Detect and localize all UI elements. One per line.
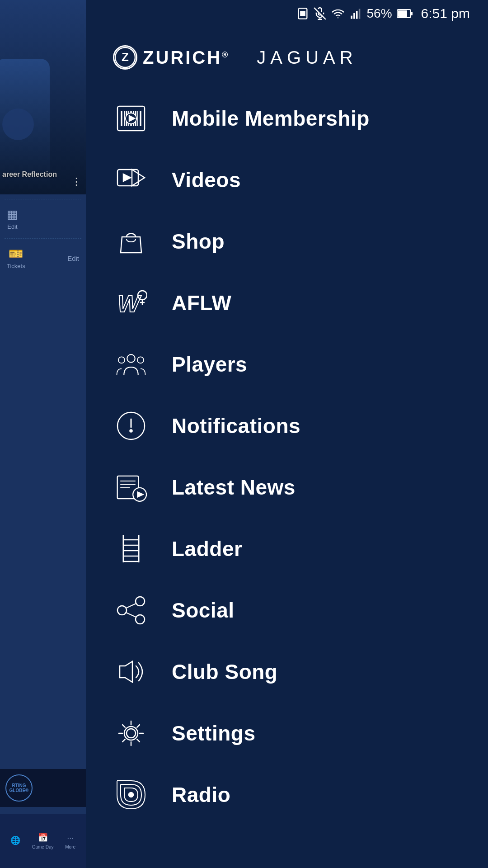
svg-marker-58 — [120, 661, 132, 682]
svg-point-34 — [127, 354, 135, 363]
battery-icon — [397, 9, 413, 19]
edit-label-1: Edit — [7, 223, 17, 230]
menu-item-latest-news[interactable]: Latest News — [113, 457, 461, 518]
zurich-z-icon: Z — [114, 47, 136, 68]
settings-label: Settings — [172, 721, 255, 745]
notifications-svg — [115, 410, 147, 442]
svg-rect-6 — [351, 16, 352, 19]
signal-icon — [350, 7, 362, 20]
svg-rect-12 — [411, 12, 413, 15]
zurich-sponsor: Z ZURICH® — [113, 45, 230, 70]
club-song-icon — [113, 654, 149, 690]
social-icon — [113, 592, 149, 628]
wifi-icon — [331, 7, 345, 20]
jaguar-label: JAGUAR — [257, 47, 357, 68]
svg-point-54 — [117, 606, 127, 615]
barcode-svg — [115, 103, 147, 134]
career-text: areer Reflection — [2, 170, 57, 178]
notifications-icon — [113, 408, 149, 444]
latest-news-icon — [113, 469, 149, 505]
shop-svg — [115, 226, 147, 257]
svg-point-53 — [136, 597, 145, 606]
mute-icon — [314, 7, 326, 20]
svg-rect-9 — [358, 9, 360, 19]
ladder-icon — [113, 531, 149, 567]
edit-tickets-row: 🎫 Tickets Edit — [0, 239, 86, 278]
menu-item-players[interactable]: Players — [113, 334, 461, 395]
mobile-membership-label: Mobile Membership — [172, 106, 370, 131]
svg-point-5 — [337, 17, 338, 18]
barcode-icon — [113, 100, 149, 137]
menu-item-social[interactable]: Social — [113, 580, 461, 641]
sim-icon — [296, 7, 309, 20]
globe-text: RTING GLOBE® — [6, 783, 32, 793]
menu-item-notifications[interactable]: Notifications — [113, 395, 461, 457]
aflw-label: AFLW — [172, 291, 231, 315]
svg-line-57 — [126, 613, 136, 617]
settings-icon — [113, 715, 149, 751]
settings-svg — [115, 717, 147, 749]
social-label: Social — [172, 598, 235, 623]
videos-svg — [115, 164, 147, 196]
social-svg — [115, 594, 147, 626]
latest-news-label: Latest News — [172, 475, 296, 500]
svg-marker-29 — [123, 174, 131, 181]
edit-barcode-row: ▦ Edit — [0, 199, 86, 238]
status-icons: 56% — [296, 6, 413, 21]
shop-icon — [113, 223, 149, 259]
globe-banner: RTING GLOBE® — [0, 769, 86, 807]
menu-item-club-song[interactable]: Club Song — [113, 641, 461, 703]
gameday-label: Game Day — [32, 844, 54, 849]
radio-svg — [115, 779, 147, 811]
menu-item-videos[interactable]: Videos — [113, 149, 461, 211]
aflw-icon: W — [113, 285, 149, 321]
three-dots: ⋮ — [71, 176, 81, 188]
players-icon — [113, 346, 149, 382]
players-svg — [115, 349, 147, 380]
time-display: 6:51 pm — [421, 6, 470, 21]
more-label: More — [65, 844, 75, 849]
zurich-label: ZURICH® — [143, 47, 230, 68]
status-bar: 56% 6:51 pm — [0, 0, 488, 27]
radio-icon — [113, 777, 149, 813]
club-song-svg — [115, 656, 147, 688]
menu-item-aflw[interactable]: W AFLW — [113, 272, 461, 334]
svg-point-36 — [137, 357, 144, 363]
svg-rect-8 — [356, 11, 358, 19]
aflw-svg: W — [115, 287, 147, 319]
menu-item-radio[interactable]: Radio — [113, 764, 461, 826]
svg-rect-1 — [300, 11, 305, 16]
menu-item-settings[interactable]: Settings — [113, 703, 461, 764]
svg-text:Z: Z — [122, 50, 129, 64]
ladder-svg — [115, 533, 147, 565]
club-song-label: Club Song — [172, 660, 277, 684]
shop-label: Shop — [172, 229, 225, 254]
ladder-label: Ladder — [172, 537, 242, 561]
background-app: areer Reflection ⋮ ▦ Edit 🎫 Tickets Edit — [0, 0, 86, 868]
battery-level: 56% — [367, 6, 392, 21]
svg-point-59 — [127, 729, 136, 738]
svg-line-56 — [126, 604, 136, 608]
svg-point-60 — [129, 793, 133, 797]
latest-news-svg — [115, 472, 147, 503]
sponsors-row: Z ZURICH® JAGUAR — [86, 32, 385, 88]
videos-icon — [113, 162, 149, 198]
svg-rect-11 — [398, 10, 407, 17]
svg-point-39 — [130, 430, 132, 432]
menu-items-list: Mobile Membership Videos — [86, 88, 488, 826]
bg-nav-more: ··· More — [65, 833, 75, 849]
notifications-label: Notifications — [172, 414, 300, 438]
videos-label: Videos — [172, 168, 241, 192]
zurich-logo: Z — [113, 45, 137, 70]
bg-nav-gameday: 📅 Game Day — [32, 833, 54, 849]
players-label: Players — [172, 352, 247, 377]
menu-item-shop[interactable]: Shop — [113, 211, 461, 272]
radio-label: Radio — [172, 783, 230, 807]
svg-rect-7 — [353, 13, 355, 19]
menu-item-mobile-membership[interactable]: Mobile Membership — [113, 88, 461, 149]
main-menu: Z ZURICH® JAGUAR — [86, 0, 488, 868]
bg-nav-globe: 🌐 — [10, 835, 20, 847]
svg-point-35 — [118, 357, 125, 363]
menu-item-ladder[interactable]: Ladder — [113, 518, 461, 580]
tickets-label: Tickets — [7, 263, 25, 269]
